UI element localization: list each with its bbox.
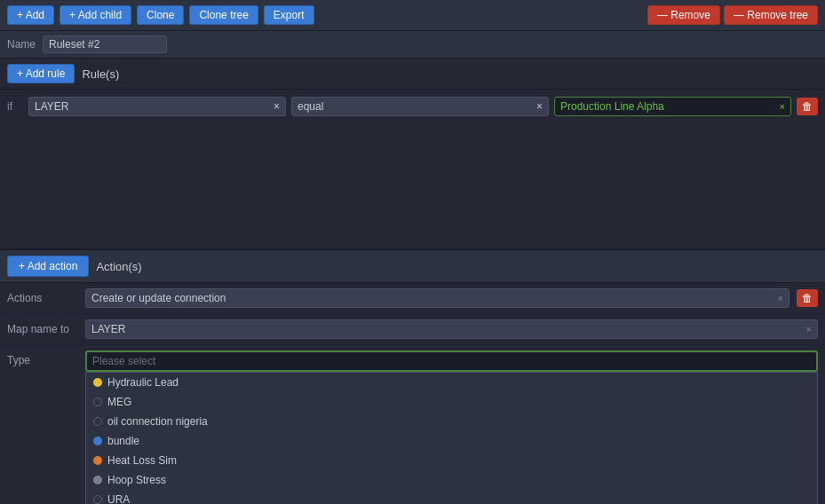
dropdown-item-label-1: MEG (107, 396, 131, 408)
dot-4 (93, 456, 102, 465)
actions-close[interactable]: × (778, 293, 783, 303)
dot-5 (93, 476, 102, 484)
name-label: Name (7, 38, 36, 51)
dropdown-item-label-4: Heat Loss Sim (107, 454, 177, 467)
dropdown-item-0[interactable]: Hydraulic Lead (86, 373, 817, 392)
actions-delete-button[interactable]: 🗑 (797, 289, 818, 307)
rules-title: Rule(s) (82, 67, 119, 81)
condition-row: if LAYER × equal × Production Line Alpha… (7, 97, 818, 116)
condition-tag-value: Production Line Alpha (560, 100, 664, 113)
condition-field-1[interactable]: LAYER × (28, 97, 286, 116)
actions-row-label: Actions (7, 292, 78, 304)
dropdown-item-label-0: Hydraulic Lead (107, 376, 178, 389)
dropdown-item-4[interactable]: Heat Loss Sim (86, 451, 817, 470)
clone-button[interactable]: Clone (137, 5, 184, 25)
dot-3 (93, 437, 102, 445)
toolbar-right: — Remove — Remove tree (647, 5, 818, 25)
map-name-value: LAYER (91, 323, 125, 335)
ruleset-header: + Add rule Rule(s) (0, 59, 825, 90)
action-toolbar: + Add action Action(s) (0, 250, 825, 283)
condition-tag-close[interactable]: × (780, 101, 785, 112)
map-name-close[interactable]: × (806, 324, 812, 335)
dot-0 (93, 378, 102, 387)
type-label: Type (7, 350, 78, 366)
dot-1 (93, 398, 102, 406)
add-action-button[interactable]: + Add action (7, 256, 89, 277)
name-row: Name (0, 31, 825, 59)
add-rule-button[interactable]: + Add rule (7, 64, 75, 83)
condition-field-2-value: equal (297, 100, 323, 113)
clone-tree-button[interactable]: Clone tree (189, 5, 258, 25)
export-button[interactable]: Export (264, 5, 314, 25)
dot-6 (93, 495, 102, 504)
condition-field-2-close[interactable]: × (536, 100, 543, 113)
toolbar-left: + Add + Add child Clone Clone tree Expor… (7, 5, 314, 25)
remove-button[interactable]: — Remove (647, 5, 720, 25)
actions-row: Actions Create or update connection × 🗑 (0, 283, 825, 314)
dot-2 (93, 417, 102, 426)
condition-delete-button[interactable]: 🗑 (797, 98, 818, 115)
dropdown-item-2[interactable]: oil connection nigeria (86, 412, 817, 431)
type-select-box[interactable]: Please select (85, 350, 818, 372)
dropdown-item-label-2: oil connection nigeria (107, 415, 208, 428)
type-row: Type Please select Hydraulic Lead MEG (0, 345, 825, 504)
name-input[interactable] (43, 35, 167, 53)
add-child-button[interactable]: + Add child (59, 5, 131, 25)
type-dropdown: Hydraulic Lead MEG oil connection nigeri… (85, 372, 818, 504)
remove-tree-button[interactable]: — Remove tree (724, 5, 818, 25)
dropdown-item-6[interactable]: URA (86, 490, 817, 504)
condition-field-1-close[interactable]: × (274, 100, 280, 113)
actions-title: Action(s) (96, 260, 141, 273)
map-name-row: Map name to LAYER × (0, 314, 825, 345)
condition-field-1-value: LAYER (35, 100, 68, 113)
map-name-label: Map name to (7, 323, 78, 335)
top-toolbar: + Add + Add child Clone Clone tree Expor… (0, 0, 825, 31)
add-button[interactable]: + Add (7, 5, 54, 25)
condition-area: if LAYER × equal × Production Line Alpha… (0, 90, 825, 249)
actions-value-field[interactable]: Create or update connection × (85, 288, 789, 308)
condition-tag-field[interactable]: Production Line Alpha × (554, 97, 791, 116)
if-label: if (7, 100, 23, 113)
dropdown-item-1[interactable]: MEG (86, 392, 817, 412)
dropdown-item-label-3: bundle (107, 435, 139, 447)
type-select-wrapper: Please select Hydraulic Lead MEG oil con… (85, 350, 818, 504)
dropdown-item-label-6: URA (107, 493, 130, 504)
condition-field-2[interactable]: equal × (291, 97, 549, 116)
action-panel: + Add action Action(s) Actions Create or… (0, 249, 825, 504)
dropdown-item-3[interactable]: bundle (86, 431, 817, 451)
dropdown-item-5[interactable]: Hoop Stress (86, 470, 817, 490)
actions-table: Actions Create or update connection × 🗑 … (0, 283, 825, 504)
dropdown-item-label-5: Hoop Stress (107, 474, 166, 486)
actions-value: Create or update connection (91, 292, 226, 304)
map-name-value-field[interactable]: LAYER × (85, 319, 818, 339)
